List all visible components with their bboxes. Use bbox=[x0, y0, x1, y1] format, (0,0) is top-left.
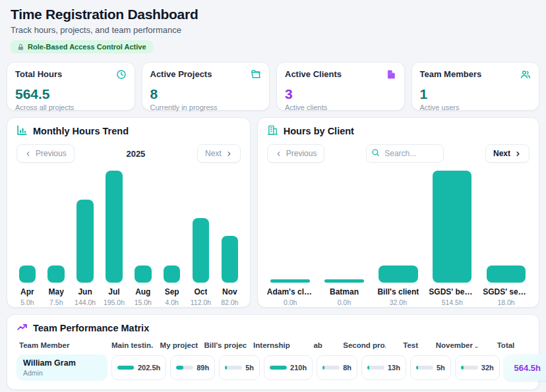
bar[interactable] bbox=[19, 266, 36, 283]
bar-column: Adam's client0.0h bbox=[267, 167, 314, 306]
member-cell: William GramAdmin bbox=[16, 354, 107, 381]
bar-column: Jun144.0h bbox=[75, 167, 96, 306]
stat-label: Team Members bbox=[420, 69, 482, 79]
stat-card-active-clients: Active Clients3Active clients bbox=[276, 62, 405, 111]
monthly-hours-card: Monthly Hours Trend Previous 2025 Next A… bbox=[7, 117, 251, 308]
monthly-previous-button[interactable]: Previous bbox=[16, 144, 75, 163]
bar[interactable] bbox=[106, 171, 123, 283]
project-hours-cell: 32h bbox=[455, 355, 500, 380]
bar-value-label: 112.0h bbox=[191, 298, 211, 306]
project-hours-cell: 13h bbox=[361, 355, 406, 380]
column-header: Second pro... bbox=[343, 341, 385, 349]
project-hours-cell: 210h bbox=[264, 355, 313, 380]
bar-category-label: SGDS' secon... bbox=[483, 287, 530, 296]
charts-row: Monthly Hours Trend Previous 2025 Next A… bbox=[7, 117, 539, 308]
bar-column: Sep4.0h bbox=[161, 167, 183, 306]
hours-value: 8h bbox=[343, 364, 351, 372]
progress-fill bbox=[270, 366, 287, 370]
project-hours-cell: 5h bbox=[410, 355, 451, 380]
monthly-bar-chart: Apr5.0hMay7.5hJun144.0hJul195.0hAug15.0h… bbox=[16, 167, 241, 306]
total-hours-cell: 564.5h bbox=[504, 354, 546, 381]
monthly-next-button[interactable]: Next bbox=[197, 144, 241, 163]
bar[interactable] bbox=[135, 266, 152, 283]
bar-column: Nov82.0h bbox=[219, 167, 241, 306]
progress-track bbox=[225, 366, 242, 370]
bar-column: Batman0.0h bbox=[321, 167, 368, 306]
bar[interactable] bbox=[222, 236, 239, 283]
bar-category-label: Jul bbox=[108, 287, 119, 296]
bar-value-label: 15.0h bbox=[135, 298, 152, 306]
bar[interactable] bbox=[487, 266, 526, 283]
client-next-button[interactable]: Next bbox=[485, 144, 530, 163]
bar[interactable] bbox=[379, 266, 418, 283]
bar-value-label: 0.0h bbox=[338, 298, 351, 306]
hours-value: 5h bbox=[245, 364, 254, 372]
progress-fill bbox=[416, 366, 418, 370]
chevron-left-icon bbox=[24, 150, 32, 157]
column-header: Test bbox=[390, 341, 432, 349]
column-header: ab bbox=[297, 341, 339, 349]
bar-category-label: Apr bbox=[20, 287, 34, 296]
progress-track bbox=[416, 366, 433, 370]
bar-category-label: Bill's client bbox=[377, 287, 419, 296]
team-performance-card: Team Performance Matrix Team MemberMain … bbox=[7, 314, 539, 390]
column-header: November ... bbox=[436, 341, 478, 349]
bar-category-label: Batman bbox=[330, 287, 359, 296]
bar-column: SGDS' best c...514.5h bbox=[429, 167, 475, 306]
progress-track bbox=[461, 366, 478, 370]
bar[interactable] bbox=[324, 279, 364, 283]
bar-column: SGDS' secon...18.0h bbox=[483, 167, 530, 306]
stat-label: Active Projects bbox=[150, 69, 212, 79]
bar[interactable] bbox=[270, 279, 310, 283]
hours-value: 202.5h bbox=[138, 364, 160, 372]
column-header: Internship bbox=[251, 341, 293, 349]
lock-icon bbox=[17, 43, 24, 51]
bar[interactable] bbox=[193, 218, 210, 283]
bar-category-label: May bbox=[49, 287, 64, 296]
progress-track bbox=[322, 366, 340, 370]
badge-label: Role-Based Access Control Active bbox=[28, 43, 146, 51]
column-header: Team Member bbox=[16, 341, 107, 349]
bar-value-label: 195.0h bbox=[104, 298, 125, 306]
bar-category-label: SGDS' best c... bbox=[429, 287, 475, 296]
hours-value: 5h bbox=[437, 364, 445, 372]
bar-column: Apr5.0h bbox=[16, 167, 38, 306]
project-hours-cell: 5h bbox=[219, 355, 260, 380]
table-row: William GramAdmin202.5h89h5h210h8h13h5h3… bbox=[16, 354, 530, 381]
client-chart-nav: Previous Next bbox=[267, 144, 530, 163]
page-subtitle: Track hours, projects, and team performa… bbox=[11, 25, 535, 35]
access-control-badge: Role-Based Access Control Active bbox=[11, 40, 153, 53]
column-header: Bill's project bbox=[204, 341, 247, 349]
hours-by-client-card: Hours by Client Previous Next Adam's cli… bbox=[257, 117, 539, 308]
hours-value: 13h bbox=[388, 364, 400, 372]
stat-card-active-projects: Active Projects8Currently in progress bbox=[142, 62, 270, 111]
progress-track bbox=[176, 366, 193, 370]
building-chart-icon bbox=[267, 125, 278, 138]
project-hours-cell: 8h bbox=[317, 355, 357, 380]
monthly-chart-nav: Previous 2025 Next bbox=[16, 144, 241, 163]
bar-column: Aug15.0h bbox=[132, 167, 154, 306]
stat-label: Active Clients bbox=[285, 69, 342, 79]
bar[interactable] bbox=[433, 171, 472, 283]
folder-icon bbox=[251, 69, 261, 82]
users-icon bbox=[520, 69, 531, 82]
hours-value: 32h bbox=[481, 364, 494, 372]
bar-category-label: Nov bbox=[222, 287, 237, 296]
bar[interactable] bbox=[76, 200, 94, 283]
bar[interactable] bbox=[164, 266, 181, 283]
chevron-right-icon bbox=[226, 150, 233, 157]
monthly-chart-header: Monthly Hours Trend bbox=[16, 125, 241, 138]
dashboard-page: Time Registration Dashboard Track hours,… bbox=[0, 0, 546, 390]
bar-value-label: 32.0h bbox=[390, 298, 407, 306]
client-previous-button[interactable]: Previous bbox=[267, 144, 325, 163]
hours-value: 210h bbox=[290, 364, 307, 372]
bar[interactable] bbox=[47, 266, 65, 283]
client-search bbox=[366, 144, 444, 163]
bar-value-label: 0.0h bbox=[284, 298, 297, 306]
column-header: My project bbox=[158, 341, 200, 349]
progress-fill bbox=[367, 366, 369, 370]
stat-caption: Across all projects bbox=[15, 103, 127, 111]
project-hours-cell: 202.5h bbox=[111, 355, 166, 380]
client-chart-header: Hours by Client bbox=[267, 125, 530, 138]
building-icon bbox=[386, 69, 396, 82]
